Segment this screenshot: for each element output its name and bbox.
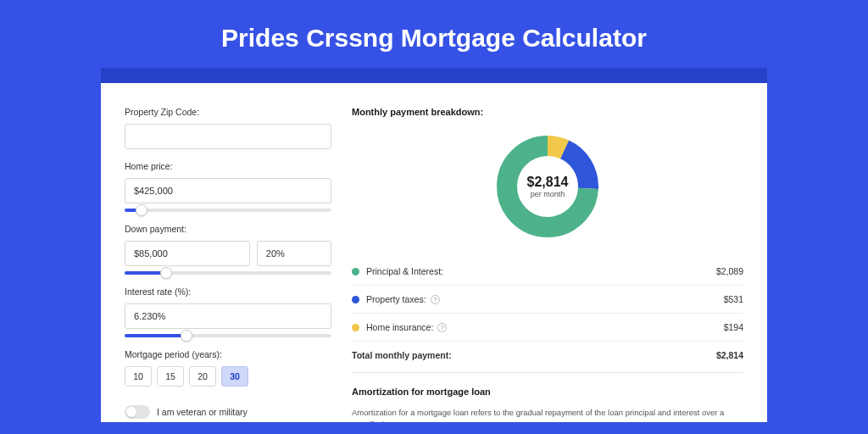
veteran-label: I am veteran or military <box>157 407 248 417</box>
home-price-input[interactable] <box>125 178 331 203</box>
period-option-15[interactable]: 15 <box>157 366 184 387</box>
legend-text: Property taxes: <box>366 294 426 304</box>
interest-slider[interactable] <box>125 334 331 337</box>
period-options: 10 15 20 30 <box>125 366 331 387</box>
donut-center: $2,814 per month <box>527 175 569 198</box>
period-label: Mortgage period (years): <box>125 349 331 359</box>
period-option-20[interactable]: 20 <box>189 366 216 387</box>
legend-dot <box>352 268 359 275</box>
legend-text: Home insurance: <box>366 322 433 332</box>
legend-label: Principal & Interest: <box>366 266 716 276</box>
legend-row-taxes: Property taxes: ? $531 <box>352 285 743 313</box>
slider-thumb[interactable] <box>160 267 172 279</box>
veteran-toggle[interactable] <box>125 405 150 419</box>
donut-chart-wrap: $2,814 per month <box>352 131 743 242</box>
legend-dot <box>352 324 359 331</box>
info-icon[interactable]: ? <box>431 295 440 304</box>
legend-row-total: Total monthly payment: $2,814 <box>352 341 743 369</box>
legend-row-principal: Principal & Interest: $2,089 <box>352 258 743 285</box>
down-payment-group: Down payment: <box>125 224 331 275</box>
donut-chart: $2,814 per month <box>492 131 604 242</box>
interest-group: Interest rate (%): <box>125 287 331 337</box>
period-option-10[interactable]: 10 <box>125 366 152 387</box>
interest-input[interactable] <box>125 303 331 329</box>
legend-value: $194 <box>724 322 743 332</box>
total-value: $2,814 <box>716 350 743 360</box>
amortization-section: Amortization for mortgage loan Amortizat… <box>352 372 743 422</box>
results-panel: Monthly payment breakdown: $2,814 <box>352 107 743 422</box>
page-title: Prides Crssng Mortgage Calculator <box>0 0 868 68</box>
amortization-title: Amortization for mortgage loan <box>352 387 743 397</box>
slider-thumb[interactable] <box>181 330 192 342</box>
info-icon[interactable]: ? <box>437 323 447 332</box>
down-payment-amount-input[interactable] <box>125 241 250 266</box>
home-price-group: Home price: <box>125 161 331 212</box>
zip-input[interactable] <box>125 124 331 149</box>
calculator-card: Property Zip Code: Home price: Down paym… <box>101 83 767 422</box>
home-price-slider[interactable] <box>125 209 331 212</box>
slider-fill <box>125 334 186 337</box>
legend-text: Principal & Interest: <box>366 266 443 276</box>
input-panel: Property Zip Code: Home price: Down paym… <box>125 107 331 422</box>
down-payment-label: Down payment: <box>125 224 331 234</box>
slider-thumb[interactable] <box>136 204 147 216</box>
period-option-30[interactable]: 30 <box>221 366 248 387</box>
donut-sub: per month <box>527 190 569 198</box>
breakdown-title: Monthly payment breakdown: <box>352 107 743 117</box>
title-shadow-bar <box>101 68 767 83</box>
zip-label: Property Zip Code: <box>125 107 331 117</box>
legend-value: $2,089 <box>716 266 743 276</box>
home-price-label: Home price: <box>125 161 331 171</box>
down-payment-percent-input[interactable] <box>257 241 331 266</box>
legend-row-insurance: Home insurance: ? $194 <box>352 313 743 341</box>
interest-label: Interest rate (%): <box>125 287 331 297</box>
legend-dot <box>352 296 359 303</box>
legend-label: Property taxes: ? <box>366 294 724 304</box>
veteran-row: I am veteran or military <box>125 405 331 419</box>
toggle-knob <box>126 407 136 417</box>
amortization-body: Amortization for a mortgage loan refers … <box>352 407 743 422</box>
period-group: Mortgage period (years): 10 15 20 30 <box>125 349 331 387</box>
legend-label: Home insurance: ? <box>366 322 724 332</box>
legend-value: $531 <box>724 294 743 304</box>
zip-field-group: Property Zip Code: <box>125 107 331 149</box>
down-payment-slider[interactable] <box>125 271 331 275</box>
donut-amount: $2,814 <box>527 175 569 190</box>
total-label: Total monthly payment: <box>352 350 716 360</box>
